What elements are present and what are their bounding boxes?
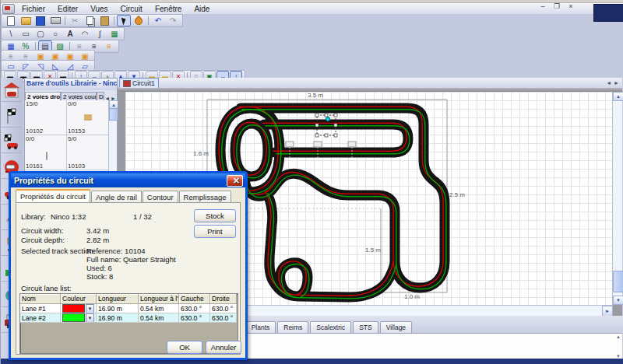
document-tab-label: Circuit1 [132,79,155,87]
library-item[interactable]: 0/0 10153 [67,100,109,135]
mdi-window-controls: – ❐ × [538,2,575,10]
dialog-tab-panel: Library: Ninco 1:32 1 / 32 Stock Print C… [16,202,241,355]
accessory-tab-village[interactable]: Village [380,321,412,333]
library-item[interactable]: 15/0 10102 [25,100,67,135]
item-ref: 10103 [68,163,85,170]
dialog-tab-contour[interactable]: Contour [143,191,178,203]
menu-aide[interactable]: Aide [188,4,215,14]
menu-circuit[interactable]: Circuit [115,4,148,14]
lane-name: Lane #2 [20,313,61,323]
ellipse-tool-button[interactable]: ○ [48,28,62,40]
menu-vues[interactable]: Vues [85,4,113,14]
desktop-corner-patch [593,4,623,22]
col-droite[interactable]: Droite [210,294,237,304]
line-tool-button[interactable]: \ [4,28,18,40]
race-flag-icon[interactable] [2,105,22,128]
app-logo-icon [2,4,15,14]
col-nom[interactable]: Nom [20,294,61,304]
col-longueur[interactable]: Longueur [97,294,139,304]
accessory-scroll[interactable]: ▲ ▼ [614,334,622,359]
curve-tool-button[interactable]: ∫ [93,28,107,40]
new-file-button[interactable] [4,15,18,26]
circuit-properties-dialog: Propriétés du circuit ✕ Propriétés du ci… [9,185,248,360]
menu-editer[interactable]: Editer [52,4,83,14]
dim-right-label: 2.5 m [449,191,465,198]
lane-scale-length: 0.54 km [139,313,179,323]
lane-right-turns: 630.0 ° [210,313,237,323]
color-dropdown-icon[interactable]: ▼ [86,304,94,313]
close-icon[interactable]: × [566,2,575,10]
rounded-rect-tool-button[interactable]: ▢ [33,28,48,40]
dim-inner-h-label: 1.0 m [404,293,420,300]
dialog-tabs: Propriétés du circuit Angle de rail Cont… [16,189,232,203]
stock-button[interactable]: Stock [194,209,236,222]
selected-section-label: Selected track section: [21,247,96,255]
cancel-button[interactable]: Annuler [206,341,241,354]
lane-scale-length: 0.54 km [139,304,179,313]
scroll-up-icon[interactable]: ▲ [613,92,623,101]
undo-button[interactable]: ↶ [151,15,165,26]
menu-bar: Fichier Editer Vues Circuit Fenêtre Aide [1,3,623,14]
acc-scroll-up-icon[interactable]: ▲ [616,334,621,339]
fill-bucket-button[interactable] [132,15,146,26]
lane-row-2[interactable]: Lane #2 ▼ 16.90 m 0.54 km 630.0 ° 630.0 … [20,313,238,323]
col-gauche[interactable]: Gauche [179,294,210,304]
garage-icon[interactable] [2,79,22,102]
application-window: Fichier Editer Vues Circuit Fenêtre Aide… [0,0,623,364]
library-item[interactable]: 5/0 10103 [67,135,109,170]
open-file-button[interactable] [19,15,33,26]
dialog-title-bar[interactable]: Propriétés du circuit ✕ [9,171,248,187]
restore-icon[interactable]: ❐ [552,2,561,10]
accessory-tab-reims[interactable]: Reims [277,321,308,333]
lane-row-1[interactable]: Lane #1 ▼ 16.90 m 0.54 km 630.0 ° 630.0 … [20,304,238,313]
dialog-tab-properties[interactable]: Propriétés du circuit [16,189,90,203]
rectangle-tool-button[interactable]: ▭ [19,28,33,40]
scroll-down-icon[interactable]: ▼ [613,296,623,305]
menu-fenetre[interactable]: Fenêtre [150,4,187,14]
align-color-button[interactable]: ≡ [102,40,116,52]
lane-color-cell: ▼ [61,313,97,323]
v-scroll-thumb[interactable] [613,271,623,292]
menu-fichier[interactable]: Fichier [16,4,51,14]
text-tool-button[interactable]: A [63,28,77,40]
accessory-tab-sts[interactable]: STS [353,321,378,333]
dialog-close-icon[interactable]: ✕ [227,175,243,187]
library-item[interactable]: 0/0 10161 [25,135,67,170]
copy-button[interactable] [83,15,97,26]
arc-tool-button[interactable]: ◠ [78,28,92,40]
document-tab-circuit1[interactable]: Circuit1 [119,78,159,88]
doc-tab-left-icon[interactable]: ◄ [606,80,611,86]
print-button[interactable] [48,15,62,26]
document-tab-row: Circuit1 ◄ ► [118,78,622,88]
minimize-icon[interactable]: – [538,2,547,10]
select-cursor-button[interactable] [117,15,131,26]
circuit-width-label: Circuit width: [21,226,63,235]
ok-button[interactable]: OK [167,341,202,354]
vertical-scrollbar[interactable]: ▲ ▼ [612,92,622,305]
redo-button[interactable]: ↷ [166,15,180,26]
section-stock: Stock: 8 [86,272,113,281]
toolbar-standard: ✂ ↶ ↷ [1,14,183,27]
color-dropdown-icon[interactable]: ▼ [86,313,94,323]
accessory-tab-plants[interactable]: Plants [245,321,276,333]
save-button[interactable] [33,15,48,26]
lane-length: 16.90 m [97,304,139,313]
image-tool-button[interactable]: ▦ [107,28,121,40]
race-start-icon[interactable] [2,131,22,153]
col-couleur[interactable]: Couleur [61,294,97,304]
print-button[interactable]: Print [194,225,236,238]
col-longueur-echelle[interactable]: Longueur à l'... [139,294,179,304]
accessory-tab-scalextric[interactable]: Scalextric [310,321,351,333]
item-qty: 15/0 [26,100,38,107]
scroll-right-icon[interactable]: ► [602,306,613,317]
section-reference: Reference: 10104 [86,247,146,255]
item-ref: 10102 [26,128,43,135]
doc-tab-right-icon[interactable]: ► [614,80,619,86]
rotation-handle[interactable] [326,117,329,121]
circuit-width-value: 3.42 m [86,226,109,235]
dialog-tab-rail-angle[interactable]: Angle de rail [91,191,142,203]
item-qty: 5/0 [68,135,76,142]
cut-button[interactable]: ✂ [68,15,82,26]
paste-button[interactable] [97,15,111,26]
dialog-tab-fill[interactable]: Remplissage [179,191,231,203]
